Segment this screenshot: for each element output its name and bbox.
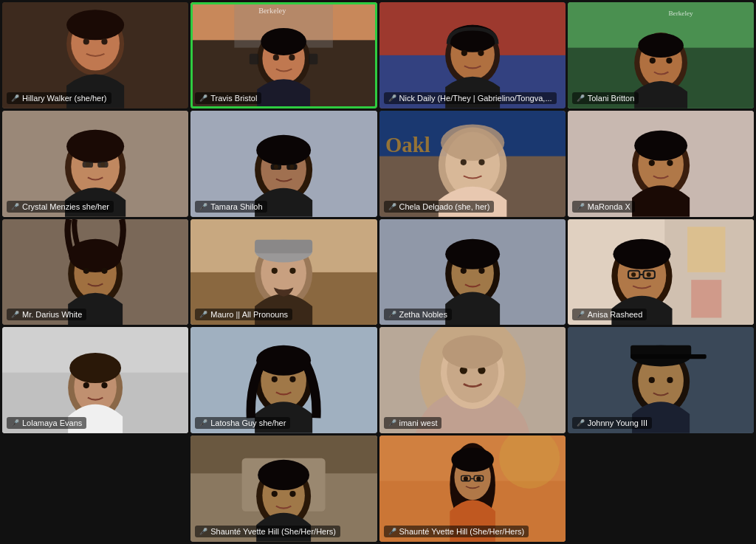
- svg-point-36: [66, 129, 124, 162]
- participant-name-anisa: 🎤 Anisa Rasheed: [572, 309, 647, 320]
- svg-point-23: [461, 50, 467, 56]
- participant-cell-zetha[interactable]: 🎤 Zetha Nobles: [379, 219, 566, 326]
- participant-cell-mauro[interactable]: 🎤 Mauro || All Pronouns: [190, 219, 377, 326]
- svg-point-56: [478, 159, 484, 165]
- svg-point-61: [648, 160, 654, 166]
- mic-icon-nick: 🎤: [388, 94, 396, 102]
- svg-point-93: [631, 272, 636, 276]
- participant-cell-nick[interactable]: 🎤 Nick Daily (He/They | Gabrielino/Tongv…: [379, 2, 566, 109]
- svg-point-11: [261, 28, 307, 55]
- participant-cell-darius[interactable]: 🎤 Mr. Darius White: [2, 219, 188, 326]
- svg-point-114: [442, 336, 503, 369]
- participant-name-hillary: 🎤 Hillary Walker (she/her): [7, 92, 111, 104]
- mic-icon-imani: 🎤: [388, 419, 396, 427]
- svg-point-24: [478, 50, 484, 56]
- participant-name-crystal: 🎤 Crystal Menzies she/her: [7, 201, 114, 213]
- empty-cell-2: [568, 435, 754, 542]
- svg-rect-120: [630, 354, 707, 359]
- participant-name-imani: 🎤 imani west: [384, 417, 442, 429]
- svg-rect-86: [691, 280, 721, 317]
- mic-icon-maronda: 🎤: [577, 203, 585, 210]
- mic-icon-anisa: 🎤: [577, 311, 585, 318]
- svg-point-47: [274, 165, 278, 169]
- participant-cell-maronda[interactable]: 🎤 MaRonda X: [568, 111, 754, 217]
- svg-point-4: [83, 38, 89, 44]
- mic-icon-lolamaya: 🎤: [11, 419, 19, 427]
- mic-icon-tolani: 🎤: [577, 94, 585, 102]
- participant-cell-tamara[interactable]: 🎤 Tamara Shiloh: [190, 111, 377, 217]
- svg-point-121: [648, 377, 654, 383]
- participant-cell-shaunte2[interactable]: 🎤 Shaunté Yvette Hill (She/Her/Hers): [379, 435, 566, 542]
- mic-icon-travis: 🎤: [199, 94, 207, 102]
- svg-text:Oakl: Oakl: [385, 133, 430, 156]
- mic-icon-tamara: 🎤: [199, 203, 207, 210]
- participant-cell-crystal[interactable]: 🎤 Crystal Menzies she/her: [2, 111, 188, 217]
- svg-point-13: [289, 55, 295, 61]
- svg-point-40: [100, 162, 105, 167]
- participant-name-maronda: 🎤 MaRonda X: [572, 201, 635, 213]
- svg-point-107: [290, 376, 296, 382]
- svg-point-48: [290, 165, 295, 169]
- participant-cell-latosha[interactable]: 🎤 Latosha Guy she/her: [190, 327, 377, 433]
- svg-point-44: [256, 135, 311, 165]
- svg-point-60: [634, 131, 687, 161]
- participant-cell-imani[interactable]: 🎤 imani west: [379, 327, 566, 433]
- participant-cell-shaunte1[interactable]: 🎤 Shaunté Yvette Hill (She/Her/Hers): [190, 435, 377, 542]
- mic-icon-chela: 🎤: [388, 203, 396, 210]
- svg-point-68: [101, 267, 107, 273]
- mic-icon-johnny: 🎤: [577, 419, 585, 427]
- participant-name-darius: 🎤 Mr. Darius White: [7, 309, 86, 320]
- svg-point-12: [273, 55, 279, 61]
- mic-icon-mauro: 🎤: [199, 311, 207, 318]
- svg-rect-85: [687, 227, 725, 272]
- svg-point-106: [272, 376, 278, 382]
- svg-rect-74: [255, 239, 312, 252]
- participant-cell-hillary[interactable]: 🎤 Hillary Walker (she/her): [2, 2, 188, 109]
- svg-point-55: [460, 159, 466, 165]
- svg-point-80: [445, 238, 500, 269]
- participant-cell-chela[interactable]: Oakl 🎤 Chela Delgado (she, her): [379, 111, 566, 217]
- svg-point-76: [290, 267, 296, 273]
- participant-name-zetha: 🎤 Zetha Nobles: [384, 309, 452, 320]
- svg-point-30: [649, 58, 655, 63]
- svg-point-136: [451, 448, 494, 472]
- svg-point-105: [256, 345, 311, 376]
- mic-icon-shaunte2: 🎤: [388, 528, 396, 535]
- participant-cell-lolamaya[interactable]: 🎤 Lolamaya Evans: [2, 327, 188, 433]
- svg-point-129: [272, 491, 278, 497]
- participant-name-tolani: 🎤 Tolani Britton: [572, 92, 639, 104]
- svg-text:Berkeley: Berkeley: [668, 10, 693, 17]
- mic-icon-darius: 🎤: [11, 311, 19, 318]
- participant-name-shaunte1: 🎤 Shaunté Yvette Hill (She/Her/Hers): [195, 526, 340, 537]
- participant-cell-travis[interactable]: Berkeley 🎤 Travis Bristol: [190, 2, 377, 109]
- participant-name-shaunte2: 🎤 Shaunté Yvette Hill (She/Her/Hers): [384, 526, 529, 537]
- svg-rect-14: [250, 54, 258, 64]
- participant-cell-anisa[interactable]: 🎤 Anisa Rasheed: [568, 219, 754, 326]
- participant-cell-johnny[interactable]: 🎤 Johnny Young III: [568, 327, 754, 433]
- mic-icon-latosha: 🎤: [199, 419, 207, 427]
- participant-name-travis: 🎤 Travis Bristol: [195, 92, 261, 104]
- svg-rect-15: [309, 54, 317, 64]
- svg-point-100: [83, 382, 89, 388]
- participant-cell-tolani[interactable]: Berkeley 🎤 Tolani Britton: [568, 2, 754, 109]
- svg-point-3: [66, 10, 124, 40]
- svg-point-82: [478, 267, 484, 273]
- mic-icon-hillary: 🎤: [11, 94, 19, 102]
- participant-name-nick: 🎤 Nick Daily (He/They | Gabrielino/Tongv…: [384, 92, 557, 104]
- participant-name-johnny: 🎤 Johnny Young III: [572, 417, 652, 429]
- svg-point-140: [463, 477, 467, 481]
- svg-point-141: [476, 477, 481, 481]
- svg-point-5: [101, 38, 107, 44]
- svg-point-130: [290, 491, 296, 497]
- participant-name-mauro: 🎤 Mauro || All Pronouns: [195, 309, 292, 320]
- svg-point-81: [460, 267, 466, 273]
- participant-name-tamara: 🎤 Tamara Shiloh: [195, 201, 267, 213]
- participant-name-latosha: 🎤 Latosha Guy she/her: [195, 417, 290, 429]
- mic-icon-zetha: 🎤: [388, 311, 396, 318]
- svg-point-66: [69, 238, 122, 272]
- participant-name-lolamaya: 🎤 Lolamaya Evans: [7, 417, 86, 429]
- video-grid: 🎤 Hillary Walker (she/her) Berkeley 🎤 Tr…: [0, 0, 756, 544]
- svg-point-62: [667, 160, 673, 166]
- svg-point-99: [69, 353, 121, 383]
- svg-point-122: [667, 377, 673, 383]
